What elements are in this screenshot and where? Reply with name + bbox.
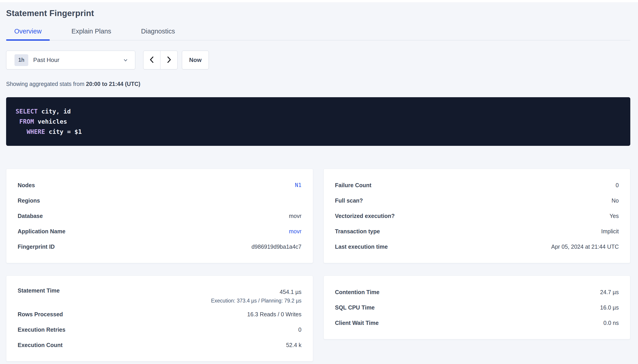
stat-label: Vectorized execution? [335,213,395,219]
stat-value: 16.3 Reads / 0 Writes [247,311,302,318]
stat-subvalue: Execution: 373.4 µs / Planning: 79.2 µs [211,296,302,305]
stat-value-link[interactable]: movr [289,228,302,235]
card-statement-details: NodesN1RegionsDatabasemovrApplication Na… [6,169,313,263]
top-strip [0,0,638,2]
aggregated-stats-range: 20:00 to 21:44 (UTC) [86,81,140,87]
stat-row: Application Namemovr [18,224,302,239]
sql-statement-box: SELECT city, id FROM vehicles WHERE city… [6,97,630,146]
stat-value-link[interactable]: N1 [295,182,302,188]
card-execution-attributes: Failure Count0Full scan?NoVectorized exe… [324,169,630,263]
stat-value: 454.1 µs [211,287,302,296]
stat-value: Yes [609,213,619,219]
stat-label: Full scan? [335,197,363,204]
sql-line: FROM vehicles [16,116,621,126]
stat-label: Transaction type [335,228,380,235]
tab-diagnostics-label: Diagnostics [141,28,175,35]
stat-value: 0 [615,182,619,188]
stat-value: 16.0 µs [600,304,619,311]
tab-explain-plans-label: Explain Plans [72,28,111,35]
tab-overview[interactable]: Overview [6,24,50,40]
stat-label: Nodes [18,182,35,188]
sql-keyword: WHERE [27,128,45,135]
time-toolbar: 1h Past Hour [6,51,630,70]
stat-row: Execution Count52.4 k [18,337,302,353]
time-range-select[interactable]: 1h Past Hour [6,51,135,70]
stat-value: d986919d9ba1a4c7 [251,244,301,250]
time-range-label: Past Hour [33,56,60,64]
stat-value: 0 [298,326,302,333]
time-range-badge: 1h [15,54,28,66]
stat-row: Failure Count0 [335,178,619,193]
card-wait-times: Contention Time24.7 µsSQL CPU Time16.0 µ… [324,276,630,339]
stat-row: Vectorized execution?Yes [335,208,619,224]
stat-label: Failure Count [335,182,371,188]
stat-row: Regions [18,193,302,208]
stat-value: Implicit [601,228,619,235]
stat-value-block: 454.1 µsExecution: 373.4 µs / Planning: … [211,287,302,305]
stat-row: Full scan?No [335,193,619,208]
aggregated-stats-line: Showing aggregated stats from 20:00 to 2… [6,81,630,87]
aggregated-stats-prefix: Showing aggregated stats from [6,81,86,87]
stat-label: Statement Time [18,287,60,294]
time-range-pager [143,51,178,70]
sql-keyword: SELECT [16,108,38,115]
chevron-down-icon [123,58,128,63]
sql-line: WHERE city = $1 [16,126,621,137]
stat-label: Database [18,213,43,219]
stat-label: Application Name [18,228,65,235]
stat-label: Execution Retries [18,326,65,333]
stat-label: SQL CPU Time [335,304,375,311]
tab-explain-plans[interactable]: Explain Plans [63,24,120,40]
stat-label: Rows Processed [18,311,63,318]
sql-line: SELECT city, id [16,106,621,116]
stat-value: 0.0 ns [603,320,619,326]
stat-row: Databasemovr [18,208,302,224]
stat-value: movr [289,213,302,219]
prev-time-range-button[interactable] [144,51,160,69]
stat-label: Regions [18,197,40,204]
stat-row: Fingerprint IDd986919d9ba1a4c7 [18,239,302,254]
stat-row: Client Wait Time0.0 ns [335,315,619,330]
chevron-left-icon [149,56,155,64]
stat-label: Execution Count [18,342,63,348]
stat-row: Transaction typeImplicit [335,224,619,239]
stat-row: Last execution timeApr 05, 2024 at 21:44… [335,239,619,254]
stat-row: Rows Processed16.3 Reads / 0 Writes [18,306,302,322]
tab-bar: Overview Explain Plans Diagnostics [6,24,630,40]
stat-value: 24.7 µs [600,289,619,296]
tab-overview-label: Overview [14,28,42,35]
chevron-right-icon [166,56,172,64]
stat-row: Execution Retries0 [18,322,302,337]
now-button[interactable]: Now [182,51,209,70]
next-time-range-button[interactable] [160,51,177,69]
stat-label: Contention Time [335,289,380,296]
stat-row: NodesN1 [18,178,302,193]
page-title: Statement Fingerprint [6,8,630,18]
tab-diagnostics[interactable]: Diagnostics [133,24,183,40]
statement-fingerprint-page: Statement Fingerprint Overview Explain P… [0,8,638,362]
stat-row: Statement Time454.1 µsExecution: 373.4 µ… [18,284,302,306]
sql-keyword: FROM [19,118,34,125]
stat-row: SQL CPU Time16.0 µs [335,300,619,315]
stat-value: 52.4 k [286,342,301,348]
stat-label: Last execution time [335,244,388,250]
stat-label: Fingerprint ID [18,244,55,250]
card-statement-times: Statement Time454.1 µsExecution: 373.4 µ… [6,276,313,362]
stat-row: Contention Time24.7 µs [335,284,619,300]
stat-value: No [611,197,619,204]
stat-value: Apr 05, 2024 at 21:44 UTC [551,244,619,250]
stats-cards: NodesN1RegionsDatabasemovrApplication Na… [6,169,630,362]
stat-label: Client Wait Time [335,320,379,326]
